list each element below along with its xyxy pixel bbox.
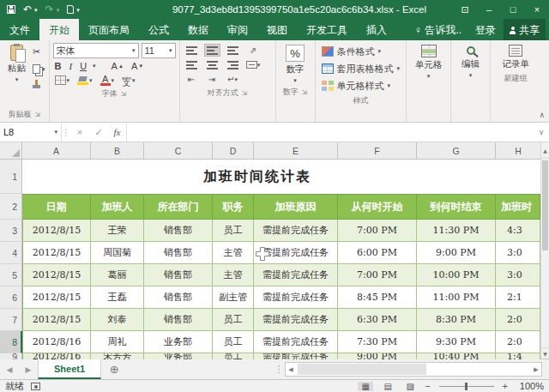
row-header[interactable]: 2 bbox=[0, 194, 22, 220]
cancel-entry-icon[interactable]: × bbox=[70, 123, 89, 142]
tab-page-layout[interactable]: 页面布局 bbox=[79, 19, 139, 40]
insert-function-icon[interactable]: fx bbox=[108, 123, 127, 142]
header-cell[interactable]: 加班人 bbox=[91, 194, 144, 220]
restore-icon[interactable]: □ bbox=[501, 0, 525, 19]
align-center-button[interactable] bbox=[204, 58, 220, 71]
header-cell[interactable]: 加班原因 bbox=[254, 194, 338, 220]
editing-button[interactable]: 编辑 ▾ bbox=[455, 43, 486, 81]
tab-home[interactable]: 开始 bbox=[39, 19, 79, 40]
scroll-up-icon[interactable]: ▲ bbox=[541, 142, 549, 159]
align-middle-button[interactable] bbox=[204, 44, 220, 57]
row-header[interactable]: 9 bbox=[0, 353, 22, 359]
cell[interactable]: 需提前完成任务 bbox=[254, 353, 338, 359]
decrease-indent-button[interactable]: ⇤ bbox=[184, 73, 200, 86]
underline-button[interactable]: U bbox=[78, 61, 88, 71]
row-header[interactable]: 7 bbox=[0, 309, 22, 331]
format-as-table-button[interactable]: 套用表格格式▾ bbox=[319, 60, 403, 77]
phonetic-button[interactable]: wén文▾ bbox=[120, 75, 137, 86]
copy-button[interactable]: ▾ bbox=[33, 63, 45, 75]
undo-dropdown-icon[interactable]: ▾ bbox=[34, 7, 38, 13]
format-painter-button[interactable] bbox=[33, 80, 45, 93]
cell-styles-button[interactable]: 单元格样式▾ bbox=[319, 77, 403, 94]
vertical-scrollbar[interactable]: ▲ ▼ bbox=[540, 142, 549, 359]
cell[interactable]: 7:00 PM bbox=[338, 220, 417, 242]
cell[interactable]: 副主管 bbox=[213, 286, 254, 309]
cell[interactable]: 10:40 PM bbox=[417, 353, 496, 359]
zoom-slider[interactable] bbox=[439, 386, 494, 387]
cell[interactable]: 9:00 PM bbox=[338, 353, 417, 359]
header-cell[interactable]: 所在部门 bbox=[144, 194, 213, 220]
cell[interactable]: 2012/8/15 bbox=[22, 242, 91, 264]
cell[interactable]: 员工 bbox=[213, 220, 254, 242]
cell[interactable]: 3:0 bbox=[496, 264, 540, 286]
cell[interactable]: 7:00 PM bbox=[338, 264, 417, 286]
name-box[interactable]: L8▾ bbox=[0, 123, 62, 142]
tab-formulas[interactable]: 公式 bbox=[139, 19, 178, 40]
font-name-dropdown-icon[interactable]: ▾ bbox=[132, 47, 136, 54]
cell[interactable]: 需提前完成任务 bbox=[254, 309, 338, 331]
sheet-tab-sheet1[interactable]: Sheet1 bbox=[38, 359, 101, 379]
cell[interactable]: 2012/8/15 bbox=[22, 220, 91, 242]
align-top-button[interactable] bbox=[184, 44, 200, 57]
header-cell[interactable]: 从何时开始 bbox=[338, 194, 417, 220]
tab-data[interactable]: 数据 bbox=[178, 19, 218, 40]
normal-view-icon[interactable]: ▦ bbox=[358, 382, 373, 391]
cell[interactable]: 需提前完成任务 bbox=[254, 286, 338, 309]
cell[interactable]: 员工 bbox=[213, 309, 254, 331]
cell[interactable]: 6:30 PM bbox=[338, 309, 417, 331]
cell[interactable]: 宋芳芳 bbox=[91, 353, 144, 359]
new-document-icon[interactable] bbox=[67, 5, 74, 14]
cell[interactable]: 1:4 bbox=[496, 353, 540, 359]
font-name-combo[interactable]: 宋体▾ bbox=[53, 43, 139, 58]
tab-review[interactable]: 审阅 bbox=[218, 19, 257, 40]
scroll-right-icon[interactable]: ▶ bbox=[531, 363, 541, 376]
borders-button[interactable]: ▾ bbox=[53, 75, 72, 85]
tab-developer[interactable]: 开发工具 bbox=[297, 19, 357, 40]
cell[interactable]: 业务部 bbox=[144, 331, 213, 353]
vertical-scrollbar-thumb[interactable] bbox=[542, 160, 548, 250]
formula-input[interactable] bbox=[127, 123, 534, 142]
clipboard-dialog-launcher-icon[interactable]: ⇲ bbox=[34, 111, 40, 118]
cell[interactable]: 9:00 PM bbox=[417, 242, 496, 264]
sheet-nav-right-icon[interactable]: ▶ bbox=[19, 359, 38, 379]
zoom-in-icon[interactable]: + bbox=[503, 381, 508, 391]
row-header[interactable]: 5 bbox=[0, 264, 22, 286]
cell[interactable]: 2012/8/16 bbox=[22, 353, 91, 359]
cell[interactable]: 4:3 bbox=[496, 220, 540, 242]
tab-view[interactable]: 视图 bbox=[257, 19, 297, 40]
font-color-button[interactable]: A▾ bbox=[99, 75, 117, 86]
cell[interactable]: 员工 bbox=[213, 331, 254, 353]
tab-insert[interactable]: 插入 bbox=[357, 19, 396, 40]
ribbon-display-options-icon[interactable]: ⊡ bbox=[453, 0, 477, 19]
cell[interactable]: 销售部 bbox=[144, 220, 213, 242]
alignment-dialog-launcher-icon[interactable]: ⇲ bbox=[242, 89, 248, 97]
increase-indent-button[interactable]: ⇥ bbox=[204, 73, 220, 86]
font-size-combo[interactable]: 11▾ bbox=[142, 43, 176, 58]
record-form-button[interactable]: 记录单 bbox=[494, 43, 537, 72]
row-header[interactable]: 6 bbox=[0, 286, 22, 309]
cell[interactable]: 主管 bbox=[213, 242, 254, 264]
customize-qat-icon[interactable]: ▾ bbox=[76, 7, 80, 13]
cell[interactable]: 刘泰 bbox=[91, 309, 144, 331]
cell[interactable]: 2012/8/15 bbox=[22, 264, 91, 286]
header-cell[interactable]: 日期 bbox=[22, 194, 91, 220]
editing-dropdown-icon[interactable]: ▾ bbox=[469, 72, 473, 79]
cell[interactable]: 需提前完成任务 bbox=[254, 264, 338, 286]
formula-bar-expand-icon[interactable]: ∨ bbox=[534, 123, 549, 142]
merge-center-button[interactable]: ▾ bbox=[245, 58, 262, 71]
cell[interactable]: 9:30 PM bbox=[417, 331, 496, 353]
paste-dropdown-icon[interactable]: ▾ bbox=[15, 76, 19, 83]
number-format-button[interactable]: % 数字 ▾ bbox=[280, 43, 311, 86]
cell[interactable]: 11:30 PM bbox=[417, 220, 496, 242]
row-header[interactable]: 4 bbox=[0, 242, 22, 264]
cells-button[interactable]: 单元格 ▾ bbox=[410, 43, 447, 81]
shrink-font-button[interactable]: A▼ bbox=[130, 61, 145, 71]
cell[interactable]: 2:1 bbox=[496, 286, 540, 309]
grow-font-button[interactable]: A▲ bbox=[110, 61, 125, 71]
cell[interactable]: 2012/8/15 bbox=[22, 286, 91, 309]
confirm-entry-icon[interactable]: ✓ bbox=[89, 123, 108, 142]
cell[interactable]: 6:00 PM bbox=[338, 242, 417, 264]
zoom-level[interactable]: 100% bbox=[515, 381, 544, 391]
bold-button[interactable]: B bbox=[53, 61, 63, 71]
sign-in-button[interactable]: 登录 bbox=[469, 19, 502, 41]
